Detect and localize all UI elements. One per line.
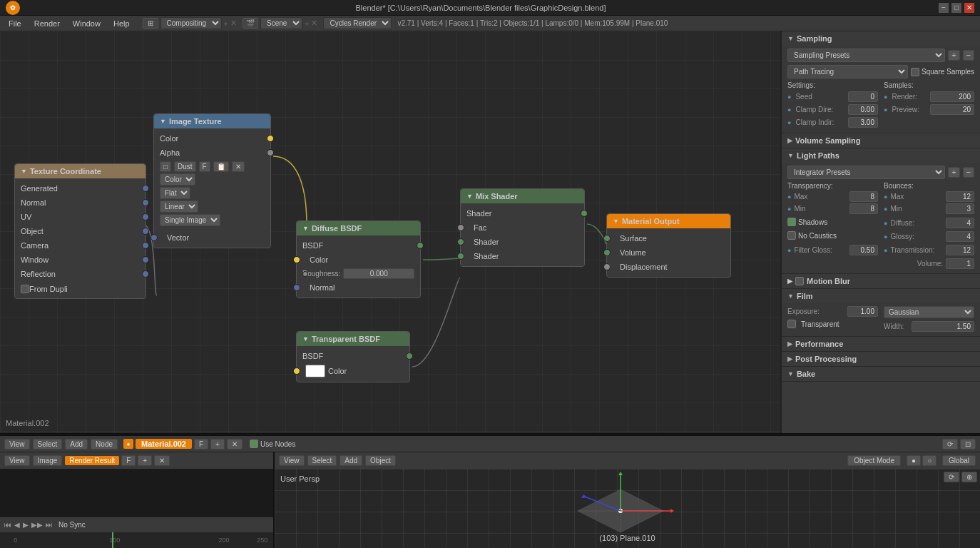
- film-transparent-checkbox[interactable]: [787, 320, 796, 328]
- shadows-checkbox[interactable]: [787, 218, 796, 226]
- inner-select-color[interactable]: Color: [160, 173, 265, 186]
- sampling-header[interactable]: ▼ Sampling: [782, 31, 980, 46]
- integrator-remove-btn[interactable]: −: [963, 167, 974, 178]
- scene-add[interactable]: +: [305, 19, 309, 28]
- add-menu-btn[interactable]: Add: [65, 439, 88, 450]
- vp-nav-persp[interactable]: ⟳: [944, 472, 959, 482]
- glossy-value[interactable]: 4: [946, 231, 974, 242]
- vp-solid-btn[interactable]: ●: [907, 455, 921, 466]
- seed-value[interactable]: 0: [848, 91, 878, 102]
- shadows-label[interactable]: Shadows: [787, 218, 878, 226]
- menu-window[interactable]: Window: [67, 18, 106, 29]
- inner-copy-btn[interactable]: 📋: [213, 161, 229, 172]
- film-header[interactable]: ▼ Film: [782, 289, 980, 303]
- clamp-dir-value[interactable]: 0.00: [848, 104, 878, 115]
- inner-image-btn[interactable]: □: [160, 161, 171, 172]
- render-result-name[interactable]: Render Result: [65, 456, 119, 465]
- width-value[interactable]: 1.50: [912, 321, 974, 332]
- use-nodes-checkbox[interactable]: [250, 440, 258, 448]
- node-material-output[interactable]: ▼ Material Output Surface Volume Displac…: [606, 213, 731, 278]
- img-single-select[interactable]: Single Image: [160, 214, 220, 226]
- scene-close[interactable]: ✕: [311, 19, 317, 28]
- workspace-add[interactable]: +: [224, 19, 228, 28]
- post-processing-header[interactable]: ▶ Post Processing: [782, 352, 980, 366]
- sampling-add-btn[interactable]: +: [948, 50, 959, 61]
- workspace-compositing[interactable]: Compositing: [160, 17, 222, 29]
- max-b-value[interactable]: 12: [946, 191, 974, 202]
- render-result-x-btn[interactable]: ✕: [154, 455, 170, 466]
- render-view-btn[interactable]: View: [4, 455, 30, 466]
- inner-select-flat[interactable]: Flat: [160, 187, 265, 199]
- integrator-presets-select[interactable]: Integrator Presets: [787, 166, 945, 179]
- inner-x-btn[interactable]: ✕: [232, 161, 245, 172]
- no-caustics-label[interactable]: No Caustics: [787, 231, 878, 240]
- path-tracing-select[interactable]: Path Tracing: [787, 65, 908, 78]
- end-btn[interactable]: ⏭: [46, 521, 53, 529]
- gaussian-select[interactable]: Gaussian: [884, 306, 974, 318]
- img-linear-select[interactable]: Linear: [160, 201, 198, 213]
- inner-f-btn[interactable]: F: [199, 161, 210, 172]
- preview-value[interactable]: 20: [930, 104, 974, 115]
- filter-value[interactable]: 0.50: [849, 245, 878, 255]
- motion-blur-checkbox[interactable]: [795, 277, 804, 285]
- node-diffuse-bsdf[interactable]: ▼ Diffuse BSDF BSDF Color Roughness:: [296, 220, 421, 298]
- volume-sampling-header[interactable]: ▶ Volume Sampling: [782, 133, 980, 148]
- scene-icon[interactable]: 🎬: [243, 18, 258, 29]
- node-tex-coord[interactable]: ▼ Texture Coordinate Generated Normal UV: [14, 163, 146, 299]
- scene-select[interactable]: Scene: [260, 17, 302, 29]
- viewport-3d[interactable]: User Persp: [275, 469, 980, 548]
- sampling-remove-btn[interactable]: −: [963, 50, 974, 61]
- play-btn[interactable]: ▶: [23, 521, 29, 529]
- transparent-color-swatch[interactable]: [305, 365, 325, 377]
- sampling-presets-select[interactable]: Sampling Presets: [787, 49, 945, 62]
- max-t-value[interactable]: 8: [849, 191, 878, 202]
- motion-blur-header[interactable]: ▶ Motion Blur: [782, 274, 980, 288]
- node-menu-btn[interactable]: Node: [91, 439, 118, 450]
- vp-global-select[interactable]: Global: [942, 455, 976, 466]
- img-flat-select[interactable]: Flat: [160, 187, 190, 199]
- node-transparent-bsdf[interactable]: ▼ Transparent BSDF BSDF Color: [296, 331, 410, 382]
- vp-view-btn[interactable]: View: [279, 455, 305, 466]
- material-name[interactable]: Material.002: [136, 439, 192, 449]
- node-mix-shader[interactable]: ▼ Mix Shader Shader Fac Shader: [460, 188, 585, 267]
- material-f-btn[interactable]: F: [194, 439, 208, 450]
- material-add-btn[interactable]: +: [210, 439, 225, 450]
- diffuse-value[interactable]: 4: [946, 218, 974, 228]
- inner-select-linear[interactable]: Linear: [160, 201, 265, 213]
- render-result-f-btn[interactable]: F: [121, 455, 136, 466]
- render-img-btn[interactable]: Image: [33, 455, 63, 466]
- next-frame-btn[interactable]: ▶▶: [31, 521, 43, 529]
- img-color-select[interactable]: Color: [160, 173, 195, 186]
- inner-dust-btn[interactable]: Dust: [174, 161, 196, 172]
- vp-mode-select[interactable]: Object Mode: [847, 455, 901, 466]
- bake-header[interactable]: ▼ Bake: [782, 367, 980, 381]
- light-paths-header[interactable]: ▼ Light Paths: [782, 148, 980, 163]
- vp-select-btn[interactable]: Select: [307, 455, 337, 466]
- from-dupli-checkbox[interactable]: [21, 285, 29, 293]
- no-caustics-checkbox[interactable]: [787, 231, 796, 240]
- node-img-texture[interactable]: ▼ Image Texture Color Alpha □: [153, 113, 271, 248]
- minimize-button[interactable]: −: [939, 3, 949, 13]
- use-nodes-label[interactable]: Use Nodes: [250, 440, 295, 448]
- screen-layout-select[interactable]: ⊞: [143, 18, 158, 29]
- node-editor[interactable]: ▼ Texture Coordinate Generated Normal UV: [0, 31, 780, 433]
- sync-btn[interactable]: ⟳: [942, 439, 958, 450]
- zoom-fit-btn[interactable]: ⊡: [960, 439, 976, 450]
- render-value[interactable]: 200: [930, 91, 974, 102]
- select-menu-btn[interactable]: Select: [33, 439, 63, 450]
- performance-header[interactable]: ▶ Performance: [782, 337, 980, 351]
- maximize-button[interactable]: □: [951, 3, 961, 13]
- exposure-value[interactable]: 1.00: [847, 306, 878, 317]
- prev-frame-btn[interactable]: ◀: [14, 521, 20, 529]
- render-result-add-btn[interactable]: +: [138, 455, 152, 466]
- view-menu-btn[interactable]: View: [4, 439, 30, 450]
- workspace-close[interactable]: ✕: [230, 19, 237, 28]
- trans-value[interactable]: 12: [946, 245, 974, 255]
- clamp-indir-value[interactable]: 3.00: [848, 117, 878, 128]
- volume-lp-value[interactable]: 1: [946, 258, 974, 269]
- min-b-value[interactable]: 3: [946, 203, 974, 214]
- render-engine-select[interactable]: Cycles Render: [323, 17, 392, 29]
- menu-file[interactable]: File: [3, 18, 27, 29]
- vp-wire-btn[interactable]: ○: [922, 455, 936, 466]
- menu-render[interactable]: Render: [29, 18, 66, 29]
